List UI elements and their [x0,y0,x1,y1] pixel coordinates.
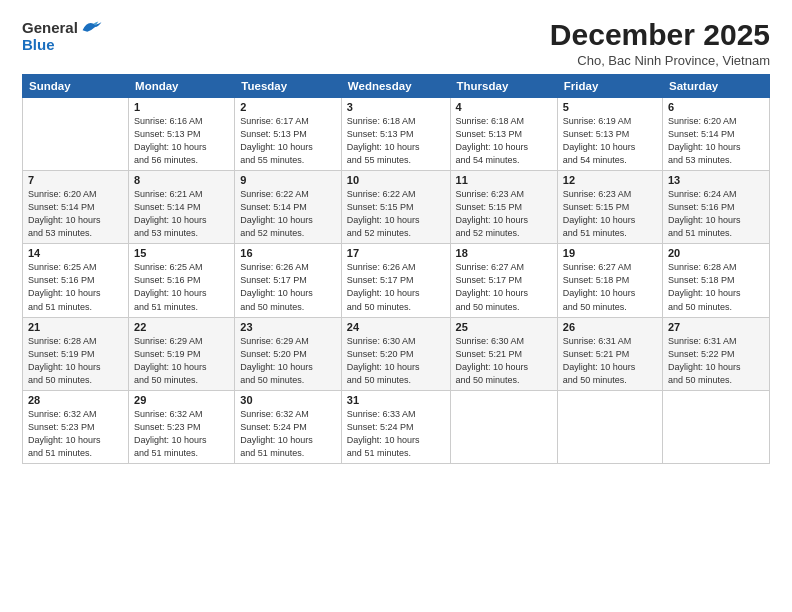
title-area: December 2025 Cho, Bac Ninh Province, Vi… [550,18,770,68]
day-number: 15 [134,247,229,259]
header: General Blue December 2025 Cho, Bac Ninh… [22,18,770,68]
day-number: 14 [28,247,123,259]
table-row [662,390,769,463]
header-thursday: Thursday [450,75,557,98]
day-number: 13 [668,174,764,186]
day-info: Sunrise: 6:27 AM Sunset: 5:17 PM Dayligh… [456,261,552,313]
table-row: 19Sunrise: 6:27 AM Sunset: 5:18 PM Dayli… [557,244,662,317]
day-number: 30 [240,394,336,406]
calendar-week-row: 7Sunrise: 6:20 AM Sunset: 5:14 PM Daylig… [23,171,770,244]
table-row: 13Sunrise: 6:24 AM Sunset: 5:16 PM Dayli… [662,171,769,244]
table-row: 6Sunrise: 6:20 AM Sunset: 5:14 PM Daylig… [662,98,769,171]
day-info: Sunrise: 6:22 AM Sunset: 5:15 PM Dayligh… [347,188,445,240]
table-row: 9Sunrise: 6:22 AM Sunset: 5:14 PM Daylig… [235,171,342,244]
table-row: 5Sunrise: 6:19 AM Sunset: 5:13 PM Daylig… [557,98,662,171]
day-info: Sunrise: 6:20 AM Sunset: 5:14 PM Dayligh… [28,188,123,240]
day-number: 10 [347,174,445,186]
day-info: Sunrise: 6:31 AM Sunset: 5:22 PM Dayligh… [668,335,764,387]
table-row: 20Sunrise: 6:28 AM Sunset: 5:18 PM Dayli… [662,244,769,317]
day-info: Sunrise: 6:29 AM Sunset: 5:20 PM Dayligh… [240,335,336,387]
table-row: 7Sunrise: 6:20 AM Sunset: 5:14 PM Daylig… [23,171,129,244]
day-number: 11 [456,174,552,186]
day-info: Sunrise: 6:30 AM Sunset: 5:20 PM Dayligh… [347,335,445,387]
month-title: December 2025 [550,18,770,51]
day-number: 31 [347,394,445,406]
table-row: 24Sunrise: 6:30 AM Sunset: 5:20 PM Dayli… [341,317,450,390]
logo-general: General [22,19,78,36]
header-row: Sunday Monday Tuesday Wednesday Thursday… [23,75,770,98]
table-row: 31Sunrise: 6:33 AM Sunset: 5:24 PM Dayli… [341,390,450,463]
day-number: 20 [668,247,764,259]
calendar-week-row: 21Sunrise: 6:28 AM Sunset: 5:19 PM Dayli… [23,317,770,390]
day-info: Sunrise: 6:17 AM Sunset: 5:13 PM Dayligh… [240,115,336,167]
day-number: 7 [28,174,123,186]
table-row [23,98,129,171]
table-row [557,390,662,463]
day-info: Sunrise: 6:26 AM Sunset: 5:17 PM Dayligh… [240,261,336,313]
day-number: 5 [563,101,657,113]
header-wednesday: Wednesday [341,75,450,98]
calendar-table: Sunday Monday Tuesday Wednesday Thursday… [22,74,770,464]
table-row: 21Sunrise: 6:28 AM Sunset: 5:19 PM Dayli… [23,317,129,390]
day-number: 17 [347,247,445,259]
calendar-week-row: 14Sunrise: 6:25 AM Sunset: 5:16 PM Dayli… [23,244,770,317]
logo-bird-icon [81,18,103,36]
day-info: Sunrise: 6:31 AM Sunset: 5:21 PM Dayligh… [563,335,657,387]
table-row: 12Sunrise: 6:23 AM Sunset: 5:15 PM Dayli… [557,171,662,244]
table-row: 30Sunrise: 6:32 AM Sunset: 5:24 PM Dayli… [235,390,342,463]
table-row: 25Sunrise: 6:30 AM Sunset: 5:21 PM Dayli… [450,317,557,390]
day-info: Sunrise: 6:21 AM Sunset: 5:14 PM Dayligh… [134,188,229,240]
day-number: 28 [28,394,123,406]
day-number: 16 [240,247,336,259]
day-number: 18 [456,247,552,259]
day-info: Sunrise: 6:18 AM Sunset: 5:13 PM Dayligh… [347,115,445,167]
day-info: Sunrise: 6:18 AM Sunset: 5:13 PM Dayligh… [456,115,552,167]
day-number: 25 [456,321,552,333]
day-info: Sunrise: 6:23 AM Sunset: 5:15 PM Dayligh… [456,188,552,240]
day-info: Sunrise: 6:32 AM Sunset: 5:23 PM Dayligh… [134,408,229,460]
day-number: 4 [456,101,552,113]
logo-blue: Blue [22,36,55,53]
day-number: 19 [563,247,657,259]
table-row: 18Sunrise: 6:27 AM Sunset: 5:17 PM Dayli… [450,244,557,317]
table-row: 28Sunrise: 6:32 AM Sunset: 5:23 PM Dayli… [23,390,129,463]
day-info: Sunrise: 6:20 AM Sunset: 5:14 PM Dayligh… [668,115,764,167]
table-row: 23Sunrise: 6:29 AM Sunset: 5:20 PM Dayli… [235,317,342,390]
day-number: 26 [563,321,657,333]
day-info: Sunrise: 6:30 AM Sunset: 5:21 PM Dayligh… [456,335,552,387]
day-number: 2 [240,101,336,113]
day-number: 6 [668,101,764,113]
table-row: 10Sunrise: 6:22 AM Sunset: 5:15 PM Dayli… [341,171,450,244]
header-friday: Friday [557,75,662,98]
day-number: 8 [134,174,229,186]
calendar-week-row: 1Sunrise: 6:16 AM Sunset: 5:13 PM Daylig… [23,98,770,171]
day-info: Sunrise: 6:28 AM Sunset: 5:19 PM Dayligh… [28,335,123,387]
day-info: Sunrise: 6:24 AM Sunset: 5:16 PM Dayligh… [668,188,764,240]
day-info: Sunrise: 6:16 AM Sunset: 5:13 PM Dayligh… [134,115,229,167]
table-row: 8Sunrise: 6:21 AM Sunset: 5:14 PM Daylig… [129,171,235,244]
table-row: 14Sunrise: 6:25 AM Sunset: 5:16 PM Dayli… [23,244,129,317]
day-number: 9 [240,174,336,186]
day-info: Sunrise: 6:25 AM Sunset: 5:16 PM Dayligh… [28,261,123,313]
table-row: 22Sunrise: 6:29 AM Sunset: 5:19 PM Dayli… [129,317,235,390]
table-row: 4Sunrise: 6:18 AM Sunset: 5:13 PM Daylig… [450,98,557,171]
table-row: 16Sunrise: 6:26 AM Sunset: 5:17 PM Dayli… [235,244,342,317]
day-info: Sunrise: 6:32 AM Sunset: 5:24 PM Dayligh… [240,408,336,460]
header-saturday: Saturday [662,75,769,98]
day-number: 23 [240,321,336,333]
day-info: Sunrise: 6:25 AM Sunset: 5:16 PM Dayligh… [134,261,229,313]
day-info: Sunrise: 6:29 AM Sunset: 5:19 PM Dayligh… [134,335,229,387]
day-number: 21 [28,321,123,333]
table-row: 3Sunrise: 6:18 AM Sunset: 5:13 PM Daylig… [341,98,450,171]
day-info: Sunrise: 6:32 AM Sunset: 5:23 PM Dayligh… [28,408,123,460]
location-subtitle: Cho, Bac Ninh Province, Vietnam [550,53,770,68]
header-tuesday: Tuesday [235,75,342,98]
day-number: 1 [134,101,229,113]
day-info: Sunrise: 6:33 AM Sunset: 5:24 PM Dayligh… [347,408,445,460]
logo: General Blue [22,18,103,53]
day-number: 3 [347,101,445,113]
day-info: Sunrise: 6:27 AM Sunset: 5:18 PM Dayligh… [563,261,657,313]
day-info: Sunrise: 6:19 AM Sunset: 5:13 PM Dayligh… [563,115,657,167]
day-info: Sunrise: 6:22 AM Sunset: 5:14 PM Dayligh… [240,188,336,240]
table-row: 26Sunrise: 6:31 AM Sunset: 5:21 PM Dayli… [557,317,662,390]
